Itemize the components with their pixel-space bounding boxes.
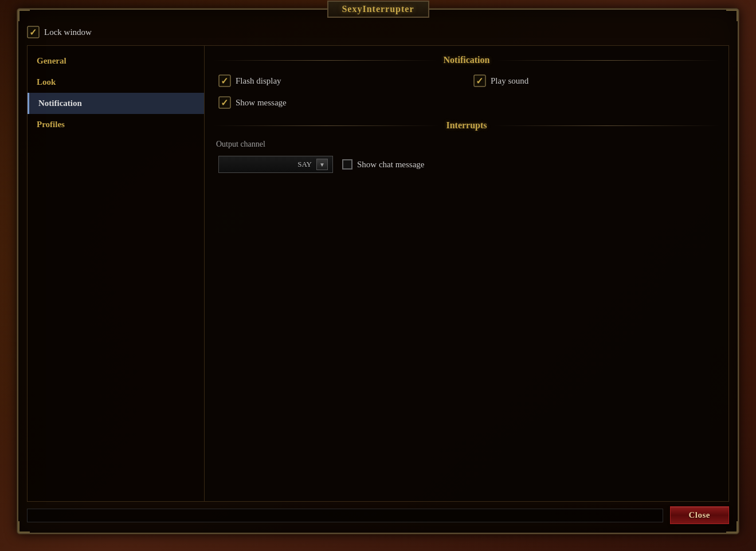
- close-button[interactable]: Close: [670, 506, 730, 524]
- show-chat-message-label: Show chat message: [357, 160, 424, 170]
- sidebar-item-profiles[interactable]: Profiles: [28, 114, 204, 135]
- svg-text:✓: ✓: [476, 76, 483, 86]
- corner-ornament-tl: [18, 10, 30, 21]
- interrupts-section-title: Interrupts: [446, 120, 487, 131]
- main-window: SexyInterrupter ✓ Lock window General Lo…: [17, 9, 739, 534]
- svg-text:✓: ✓: [221, 76, 228, 86]
- dropdown-arrow-icon[interactable]: ▼: [316, 159, 328, 170]
- flash-display-label: Flash display: [236, 76, 281, 86]
- notification-line-left: [214, 60, 437, 61]
- status-bar: [27, 509, 663, 522]
- play-sound-option: ✓ Play sound: [473, 74, 715, 87]
- sidebar-item-look[interactable]: Look: [28, 72, 204, 93]
- show-message-label: Show message: [236, 98, 287, 108]
- flash-display-checkbox[interactable]: ✓ Flash display: [218, 74, 281, 87]
- notification-section-header: Notification: [214, 55, 719, 65]
- sidebar: General Look Notification Profiles: [27, 45, 205, 502]
- dropdown-selected-value: SAY: [224, 160, 316, 169]
- notification-options-grid: ✓ Flash display ✓: [214, 74, 719, 109]
- flash-display-check-icon: ✓: [218, 74, 231, 87]
- lock-window-check-icon: ✓: [27, 26, 40, 38]
- flash-display-option: ✓ Flash display: [218, 74, 460, 87]
- lock-window-checkbox[interactable]: ✓ Lock window: [27, 26, 92, 38]
- output-channel-dropdown[interactable]: SAY ▼: [218, 156, 333, 173]
- notification-line-right: [496, 60, 719, 61]
- play-sound-check-icon: ✓: [473, 74, 486, 87]
- show-chat-message-checkbox[interactable]: Show chat message: [342, 159, 424, 170]
- play-sound-checkbox[interactable]: ✓ Play sound: [473, 74, 528, 87]
- show-chat-unchecked-icon: [342, 159, 352, 170]
- title-bar: SexyInterrupter: [327, 1, 429, 18]
- show-message-checkbox[interactable]: ✓ Show message: [218, 96, 287, 109]
- svg-text:✓: ✓: [221, 98, 228, 108]
- top-bar: ✓ Lock window: [27, 21, 729, 38]
- corner-ornament-bl: [18, 521, 30, 533]
- window-title: SexyInterrupter: [342, 4, 414, 14]
- interrupts-line-left: [214, 125, 439, 126]
- show-message-option: ✓ Show message: [218, 96, 460, 109]
- corner-ornament-br: [726, 521, 738, 533]
- output-channel-label: Output channel: [216, 140, 717, 149]
- notification-section-title: Notification: [444, 55, 490, 65]
- show-message-check-icon: ✓: [218, 96, 231, 109]
- interrupts-section-header: Interrupts: [214, 120, 719, 131]
- interrupts-section: Interrupts Output channel SAY ▼: [214, 120, 719, 173]
- bottom-bar: Close: [27, 502, 729, 524]
- window-content: ✓ Lock window General Look Notification …: [18, 10, 738, 533]
- sidebar-item-general[interactable]: General: [28, 50, 204, 72]
- interrupts-line-right: [494, 125, 719, 126]
- play-sound-label: Play sound: [491, 76, 528, 86]
- output-channel-container: Output channel SAY ▼: [214, 140, 719, 173]
- main-panels: General Look Notification Profiles Notif…: [27, 45, 729, 502]
- corner-ornament-tr: [726, 10, 738, 21]
- content-panel: Notification ✓ Flash: [205, 45, 729, 502]
- show-chat-message-row: Show chat message: [342, 159, 424, 170]
- lock-window-label: Lock window: [44, 27, 92, 37]
- output-channel-row: SAY ▼ Show chat message: [216, 156, 717, 173]
- svg-text:✓: ✓: [29, 27, 37, 37]
- sidebar-item-notification[interactable]: Notification: [28, 93, 204, 114]
